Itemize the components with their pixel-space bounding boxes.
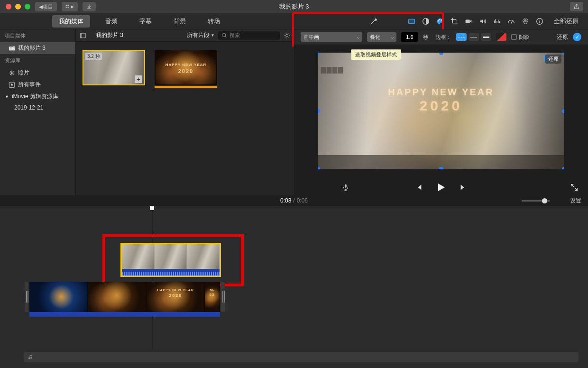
back-to-projects-button[interactable]: ◀ 项目: [35, 2, 57, 11]
share-icon: [573, 3, 580, 10]
tab-audio[interactable]: 音频: [99, 15, 124, 28]
import-button[interactable]: [83, 2, 96, 11]
overlay-restore-button[interactable]: 还原: [557, 33, 568, 41]
tab-titles[interactable]: 字幕: [133, 15, 158, 28]
sidebar-item-project-label: 我的影片 3: [18, 44, 46, 52]
dissolve-dropdown[interactable]: 叠化 ⌵: [367, 32, 396, 42]
volume-button[interactable]: [478, 17, 487, 26]
fullscreen-icon: [570, 183, 579, 192]
media-browser: 我的影片 3 所有片段 ▼ 搜索 3.2 秒 +: [76, 29, 294, 195]
noise-reduction-button[interactable]: [492, 17, 502, 26]
maximize-window-button[interactable]: [25, 4, 30, 9]
overlay-mode-dropdown[interactable]: 画中画 ⌵: [301, 32, 362, 42]
dissolve-duration-field[interactable]: 1.6: [401, 32, 418, 42]
timeline[interactable]: HAPPY NEW YEAR 2020 NE 02: [0, 206, 588, 368]
media-thumb-2[interactable]: HAPPY NEW YEAR 2020: [155, 50, 217, 88]
library-view-button[interactable]: ▶: [62, 2, 78, 11]
three-circles-icon: [521, 17, 530, 26]
resize-handle-br[interactable]: [562, 167, 564, 169]
next-frame-button[interactable]: [459, 183, 468, 193]
overlay-restore-label: 还原: [557, 34, 568, 40]
overlay-mode-value: 画中画: [303, 34, 319, 41]
timeline-overlay-clip[interactable]: [120, 243, 221, 277]
preview-position-controls[interactable]: [321, 67, 343, 74]
clip-filter-dropdown[interactable]: 所有片段 ▼: [187, 31, 215, 39]
crop-button[interactable]: [450, 17, 459, 26]
resize-handle-rm[interactable]: [562, 109, 564, 113]
svg-rect-3: [68, 7, 69, 8]
color-balance-button[interactable]: [421, 17, 431, 26]
sidebar-toggle-button[interactable]: [80, 32, 86, 39]
playhead[interactable]: [152, 206, 152, 349]
svg-point-24: [285, 34, 288, 37]
browser-settings-button[interactable]: [284, 32, 290, 39]
timeline-main-track[interactable]: HAPPY NEW YEAR 2020 NE 02: [29, 282, 220, 319]
overlay-apply-button[interactable]: ✓: [573, 33, 581, 41]
sidebar-item-all-events[interactable]: 所有事件: [0, 79, 75, 91]
border-color-swatch[interactable]: [496, 33, 506, 41]
thumb-2-used-indicator: [155, 86, 217, 88]
auto-enhance-button[interactable]: [369, 17, 378, 26]
speed-button[interactable]: [506, 17, 516, 26]
sidebar-item-event-date[interactable]: 2019-12-21: [0, 102, 75, 113]
thumb-1-add-button[interactable]: +: [135, 75, 142, 83]
tab-transitions-label: 转场: [208, 18, 220, 25]
minimize-window-button[interactable]: [15, 4, 21, 9]
microphone-icon: [341, 183, 350, 192]
background-music-well[interactable]: [24, 352, 579, 362]
media-thumb-1[interactable]: 3.2 秒 +: [83, 50, 145, 85]
color-correction-button[interactable]: [435, 17, 445, 26]
resize-handle-bm[interactable]: [439, 167, 443, 169]
sidebar-item-photos-label: 照片: [18, 69, 29, 77]
border-thick-button[interactable]: [481, 33, 491, 41]
svg-rect-5: [409, 19, 415, 24]
fullscreen-button[interactable]: [570, 183, 579, 193]
video-preview[interactable]: HAPPY NEW YEAR 2020 ? 还原: [318, 53, 564, 169]
browser-toolbar: 我的影片 3 所有片段 ▼ 搜索: [76, 29, 294, 42]
thin-line-icon: [470, 37, 477, 37]
play-button[interactable]: [435, 182, 447, 194]
search-input[interactable]: 搜索: [218, 31, 280, 40]
info-icon: [535, 17, 544, 26]
tab-transitions[interactable]: 转场: [201, 15, 227, 28]
sidebar-item-photos[interactable]: 照片: [0, 67, 75, 79]
sidebar-item-imovie-library[interactable]: ▼ iMovie 剪辑资源库: [0, 91, 75, 102]
transport-controls: [294, 180, 588, 195]
clip-trim-handle-left[interactable]: [25, 282, 28, 312]
preview-restore-badge[interactable]: 还原: [545, 55, 561, 64]
sidebar-item-project[interactable]: 我的影片 3: [0, 42, 75, 54]
prev-frame-button[interactable]: [414, 183, 423, 193]
current-time: 0:03: [280, 197, 291, 204]
clip-filter-label: 所有片段: [187, 31, 210, 39]
main-frame-text3: NE: [205, 288, 220, 291]
close-window-button[interactable]: [6, 4, 11, 9]
border-thin-button[interactable]: [469, 33, 479, 41]
checkbox-icon: [511, 34, 517, 40]
share-button[interactable]: [570, 2, 583, 11]
restore-all-button[interactable]: 全部还原: [554, 17, 579, 26]
stabilization-button[interactable]: [464, 17, 473, 26]
overlay-settings-button[interactable]: [407, 17, 416, 26]
speaker-icon: [478, 17, 487, 26]
border-none-button[interactable]: [456, 33, 467, 41]
preview-text-line1: HAPPY NEW YEAR: [318, 87, 564, 98]
overlay-clip-audio[interactable]: [122, 269, 220, 277]
magic-wand-icon: [369, 17, 378, 26]
svg-rect-0: [66, 5, 67, 6]
svg-rect-10: [466, 19, 470, 23]
tab-my-media[interactable]: 我的媒体: [52, 15, 90, 28]
zoom-knob[interactable]: [542, 198, 547, 203]
timeline-settings-button[interactable]: 设置: [570, 197, 581, 205]
voiceover-button[interactable]: [341, 183, 350, 193]
timeline-zoom-slider[interactable]: [522, 200, 550, 202]
clip-filter-button[interactable]: [521, 17, 530, 26]
shadow-checkbox[interactable]: 阴影: [511, 34, 529, 41]
tab-backgrounds[interactable]: 背景: [167, 15, 193, 28]
upper-workspace: 项目媒体 我的影片 3 资源库 照片 所有事件 ▼ iMovie 剪辑资源库 2…: [0, 29, 588, 195]
top-tab-bar: 我的媒体 音频 字幕 背景 转场: [0, 13, 588, 29]
info-button[interactable]: [535, 17, 544, 26]
clapperboard-icon: [9, 45, 15, 52]
clip-trim-handle-right[interactable]: [221, 282, 225, 312]
svg-point-23: [222, 33, 226, 37]
main-clip-audio[interactable]: [29, 312, 220, 317]
